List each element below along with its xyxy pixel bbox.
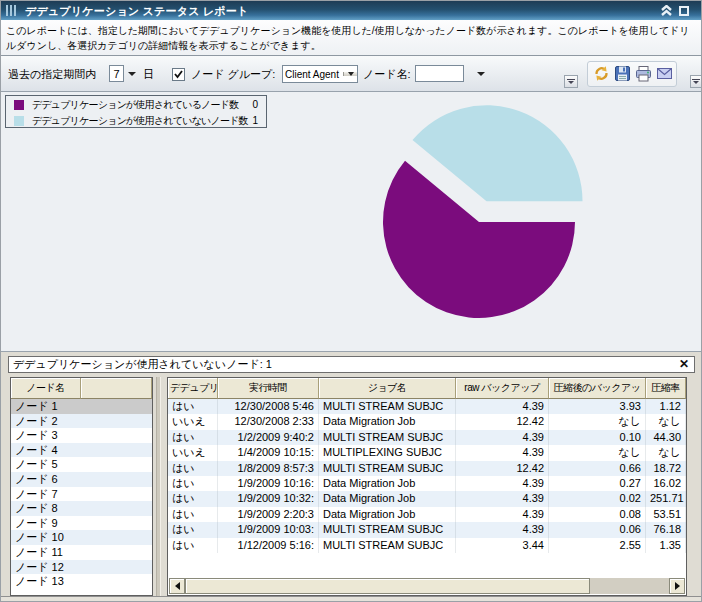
restore-icon[interactable] [679, 6, 689, 16]
email-icon[interactable] [656, 65, 673, 82]
job-cell: MULTI STREAM SUBJC [319, 522, 456, 537]
job-row[interactable]: はい1/8/2009 8:57:3MULTI STREAM SUBJC12.42… [168, 461, 686, 476]
job-row[interactable]: いいえ1/4/2009 10:15:MULTIPLEXING SUBJC4.39… [168, 445, 686, 460]
node-list-item[interactable]: ノード 10 [11, 530, 152, 545]
job-cell: 4.39 [456, 507, 549, 522]
job-cell: 3.44 [456, 538, 549, 553]
job-cell: 1/4/2009 10:15: [218, 445, 319, 460]
jobs-table-header: デデュプリケ実行時間ジョブ名raw バックアップ圧縮後のバックアッ圧縮率 [168, 378, 686, 399]
node-name-input[interactable] [415, 65, 464, 82]
job-cell: 44.30 [646, 430, 686, 445]
job-cell: 0.27 [549, 476, 646, 491]
collapse-icon[interactable] [660, 5, 673, 16]
node-name-dropdown-icon[interactable] [477, 65, 485, 83]
node-list-item[interactable]: ノード 13 [11, 574, 152, 589]
column-header[interactable]: ジョブ名 [319, 378, 456, 399]
job-cell: MULTI STREAM SUBJC [319, 399, 456, 414]
panel-header: デデュプリケーションが使用されていないノード: 1 ✕ [8, 356, 695, 373]
toolbar-overflow-button-right[interactable] [690, 75, 702, 88]
horizontal-scrollbar[interactable] [169, 578, 685, 594]
refresh-icon[interactable] [593, 65, 610, 82]
toolbar-overflow-button[interactable] [564, 75, 578, 88]
job-cell: 0.02 [549, 491, 646, 506]
job-cell: 12.42 [456, 414, 549, 429]
period-dropdown-icon[interactable] [128, 65, 136, 83]
title-bar: デデュプリケーション ステータス レポート [1, 1, 701, 20]
job-row[interactable]: はい12/30/2008 5:46MULTI STREAM SUBJC4.393… [168, 399, 686, 414]
close-icon[interactable]: ✕ [677, 357, 691, 372]
job-cell: 4.39 [456, 399, 549, 414]
node-list-item[interactable]: ノード 2 [11, 414, 152, 429]
job-row[interactable]: はい1/9/2009 2:20:3Data Migration Job4.390… [168, 507, 686, 522]
job-cell: 1/9/2009 10:32: [218, 491, 319, 506]
scrollbar-thumb[interactable] [185, 578, 590, 594]
column-header-empty[interactable] [81, 378, 152, 399]
job-cell: 4.39 [456, 522, 549, 537]
job-cell: はい [168, 538, 218, 553]
column-header[interactable]: 圧縮後のバックアッ [549, 378, 646, 399]
column-header-node-name[interactable]: ノード名 [11, 378, 81, 399]
job-cell: いいえ [168, 414, 218, 429]
job-cell: 53.51 [646, 507, 686, 522]
job-cell: MULTI STREAM SUBJC [319, 538, 456, 553]
node-list-table: ノード名 ノード 1ノード 2ノード 3ノード 4ノード 5ノード 6ノード 7… [10, 377, 153, 596]
save-icon[interactable] [614, 65, 631, 82]
job-row[interactable]: いいえ12/30/2008 2:33Data Migration Job12.4… [168, 414, 686, 429]
job-cell: はい [168, 461, 218, 476]
node-name-label: ノード名: [363, 65, 411, 83]
panel-splitter[interactable] [156, 377, 161, 596]
job-cell: 4.39 [456, 445, 549, 460]
node-list-item[interactable]: ノード 12 [11, 560, 152, 575]
job-cell: 12.42 [456, 461, 549, 476]
job-cell: はい [168, 522, 218, 537]
job-row[interactable]: はい1/12/2009 5:16:MULTI STREAM SUBJC3.442… [168, 538, 686, 553]
print-icon[interactable] [635, 65, 652, 82]
job-cell: はい [168, 476, 218, 491]
window-title: デデュプリケーション ステータス レポート [25, 4, 248, 19]
node-list-item[interactable]: ノード 11 [11, 545, 152, 560]
node-group-checkbox[interactable] [172, 65, 185, 83]
column-header[interactable]: 圧縮率 [646, 378, 686, 399]
node-list-item[interactable]: ノード 1 [11, 399, 152, 414]
node-list-item[interactable]: ノード 3 [11, 428, 152, 443]
column-header[interactable]: raw バックアップ [456, 378, 549, 399]
report-description: このレポートには、指定した期間においてデデュプリケーション機能を使用した/使用し… [1, 20, 701, 56]
job-cell: いいえ [168, 445, 218, 460]
job-row[interactable]: はい1/2/2009 9:40:2MULTI STREAM SUBJC4.390… [168, 430, 686, 445]
job-cell: 76.18 [646, 522, 686, 537]
node-group-combo[interactable]: Client Agent [282, 65, 358, 83]
node-list-item[interactable]: ノード 7 [11, 487, 152, 502]
job-cell: なし [549, 414, 646, 429]
scroll-left-button[interactable] [169, 578, 185, 594]
period-input[interactable]: 7 [109, 65, 124, 82]
node-list-item[interactable]: ノード 8 [11, 501, 152, 516]
node-list-item[interactable]: ノード 9 [11, 516, 152, 531]
job-cell: 12/30/2008 2:33 [218, 414, 319, 429]
job-cell: 0.08 [549, 507, 646, 522]
filter-bar: 過去の指定期間内 7 日 ノード グループ: Client Agent ノード名… [1, 56, 701, 92]
pie-slice-dedupe-not-used[interactable] [413, 105, 583, 201]
column-header[interactable]: デデュプリケ [168, 378, 218, 399]
node-group-dropdown-icon[interactable] [343, 72, 357, 76]
job-row[interactable]: はい1/9/2009 10:32:Data Migration Job4.390… [168, 491, 686, 506]
job-row[interactable]: はい1/9/2009 10:03:MULTI STREAM SUBJC4.390… [168, 522, 686, 537]
node-list-header: ノード名 [11, 378, 152, 399]
node-group-value: Client Agent [283, 69, 343, 80]
period-unit-label: 日 [143, 65, 154, 83]
panel-title: デデュプリケーションが使用されていないノード: 1 [13, 358, 272, 370]
node-list-item[interactable]: ノード 6 [11, 472, 152, 487]
node-list-item[interactable]: ノード 4 [11, 443, 152, 458]
job-cell: MULTIPLEXING SUBJC [319, 445, 456, 460]
job-cell: Data Migration Job [319, 507, 456, 522]
node-list-item[interactable]: ノード 5 [11, 457, 152, 472]
job-cell: 0.66 [549, 461, 646, 476]
job-row[interactable]: はい1/9/2009 10:16:Data Migration Job4.390… [168, 476, 686, 491]
scrollbar-track[interactable] [185, 578, 669, 594]
drilldown-panel: デデュプリケーションが使用されていないノード: 1 ✕ ノード名 ノード 1ノー… [1, 352, 701, 596]
node-list-body: ノード 1ノード 2ノード 3ノード 4ノード 5ノード 6ノード 7ノード 8… [11, 399, 152, 589]
job-cell: はい [168, 491, 218, 506]
job-cell: なし [646, 445, 686, 460]
column-header[interactable]: 実行時間 [218, 378, 319, 399]
scroll-right-button[interactable] [669, 578, 685, 594]
job-cell: 4.39 [456, 476, 549, 491]
